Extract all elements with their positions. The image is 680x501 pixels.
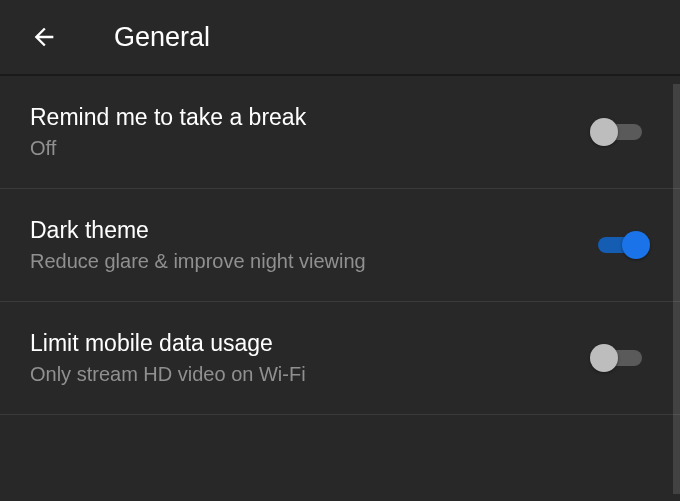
setting-title: Remind me to take a break	[30, 104, 306, 131]
scrollbar[interactable]	[673, 84, 680, 494]
setting-text: Dark theme Reduce glare & improve night …	[30, 217, 366, 273]
setting-text: Remind me to take a break Off	[30, 104, 306, 160]
toggle-thumb	[590, 118, 618, 146]
setting-subtitle: Off	[30, 137, 306, 160]
arrow-back-icon	[30, 23, 58, 51]
toggle-remind-break[interactable]	[590, 120, 650, 144]
toggle-dark-theme[interactable]	[590, 233, 650, 257]
setting-title: Dark theme	[30, 217, 366, 244]
back-button[interactable]	[30, 23, 58, 51]
setting-title: Limit mobile data usage	[30, 330, 306, 357]
toggle-thumb	[622, 231, 650, 259]
toggle-thumb	[590, 344, 618, 372]
settings-list: Remind me to take a break Off Dark theme…	[0, 76, 680, 415]
page-title: General	[114, 22, 210, 53]
setting-subtitle: Reduce glare & improve night viewing	[30, 250, 366, 273]
setting-dark-theme[interactable]: Dark theme Reduce glare & improve night …	[0, 189, 680, 302]
header: General	[0, 0, 680, 74]
toggle-limit-data[interactable]	[590, 346, 650, 370]
setting-subtitle: Only stream HD video on Wi-Fi	[30, 363, 306, 386]
setting-limit-data[interactable]: Limit mobile data usage Only stream HD v…	[0, 302, 680, 415]
setting-remind-break[interactable]: Remind me to take a break Off	[0, 76, 680, 189]
setting-text: Limit mobile data usage Only stream HD v…	[30, 330, 306, 386]
